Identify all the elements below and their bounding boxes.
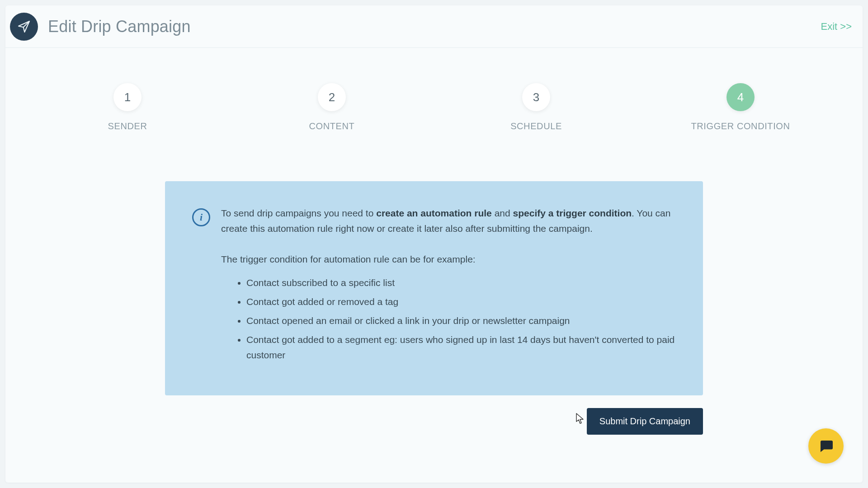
step-number: 4 (726, 83, 755, 111)
info-icon: i (192, 208, 210, 226)
stepper: 1 SENDER 2 CONTENT 3 SCHEDULE 4 TRIGGER … (5, 48, 863, 131)
step-content[interactable]: 2 CONTENT (282, 83, 382, 131)
list-item: Contact got added or removed a tag (246, 294, 676, 310)
step-number: 1 (113, 83, 142, 111)
paper-plane-icon (10, 13, 38, 41)
step-schedule[interactable]: 3 SCHEDULE (486, 83, 586, 131)
text-bold: specify a trigger condition (513, 208, 632, 218)
info-paragraph-1: To send drip campaigns you need to creat… (221, 206, 676, 236)
text: To send drip campaigns you need to (221, 208, 376, 218)
step-label: TRIGGER CONDITION (691, 121, 790, 131)
list-item: Contact opened an email or clicked a lin… (246, 313, 676, 328)
page-card: Edit Drip Campaign Exit >> 1 SENDER 2 CO… (5, 5, 863, 483)
text: and (492, 208, 513, 218)
chat-fab[interactable] (808, 428, 844, 464)
text-bold: create an automation rule (376, 208, 492, 218)
actions-row: Submit Drip Campaign (165, 408, 703, 435)
submit-drip-campaign-button[interactable]: Submit Drip Campaign (587, 408, 703, 435)
page-title: Edit Drip Campaign (48, 17, 191, 36)
info-body: To send drip campaigns you need to creat… (221, 206, 676, 363)
step-number: 3 (522, 83, 550, 111)
exit-link[interactable]: Exit >> (821, 21, 852, 33)
step-label: CONTENT (309, 121, 355, 131)
step-number: 2 (318, 83, 346, 111)
step-label: SCHEDULE (510, 121, 562, 131)
info-list: Contact subscribed to a specific list Co… (221, 275, 676, 363)
info-paragraph-2: The trigger condition for automation rul… (221, 252, 676, 267)
header: Edit Drip Campaign Exit >> (5, 5, 863, 48)
chat-icon (818, 438, 834, 454)
info-card: i To send drip campaigns you need to cre… (165, 181, 703, 395)
step-sender[interactable]: 1 SENDER (78, 83, 177, 131)
list-item: Contact subscribed to a specific list (246, 275, 676, 291)
list-item: Contact got added to a segment eg: users… (246, 332, 676, 363)
step-trigger-condition[interactable]: 4 TRIGGER CONDITION (691, 83, 790, 131)
step-label: SENDER (108, 121, 147, 131)
